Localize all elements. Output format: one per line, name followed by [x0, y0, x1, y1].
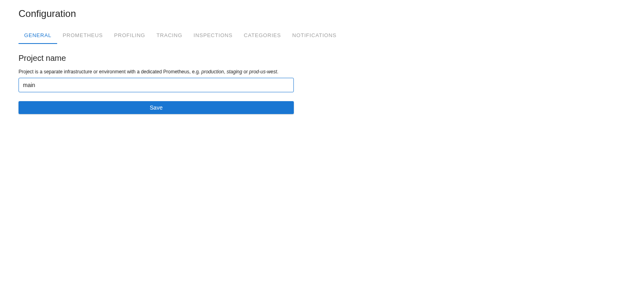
tab-notifications[interactable]: NOTIFICATIONS [287, 27, 342, 44]
section-description: Project is a separate infrastructure or … [19, 69, 294, 75]
save-button[interactable]: Save [19, 101, 294, 114]
description-text: Project is a separate infrastructure or … [19, 69, 201, 75]
form-section: Project name Project is a separate infra… [19, 54, 294, 114]
description-example: production [201, 69, 224, 75]
description-text: , [224, 69, 227, 75]
description-example: prod-us-west [249, 69, 277, 75]
tab-inspections[interactable]: INSPECTIONS [188, 27, 238, 44]
tab-general[interactable]: GENERAL [19, 27, 57, 44]
description-example: staging [227, 69, 242, 75]
tab-categories[interactable]: CATEGORIES [238, 27, 287, 44]
tab-bar: GENERAL PROMETHEUS PROFILING TRACING INS… [19, 27, 625, 44]
tab-prometheus[interactable]: PROMETHEUS [57, 27, 109, 44]
page-title: Configuration [19, 8, 625, 19]
description-text: or [242, 69, 249, 75]
section-title: Project name [19, 54, 294, 63]
tab-tracing[interactable]: TRACING [151, 27, 188, 44]
tab-profiling[interactable]: PROFILING [108, 27, 151, 44]
description-text: . [277, 69, 278, 75]
project-name-input[interactable] [19, 78, 294, 92]
